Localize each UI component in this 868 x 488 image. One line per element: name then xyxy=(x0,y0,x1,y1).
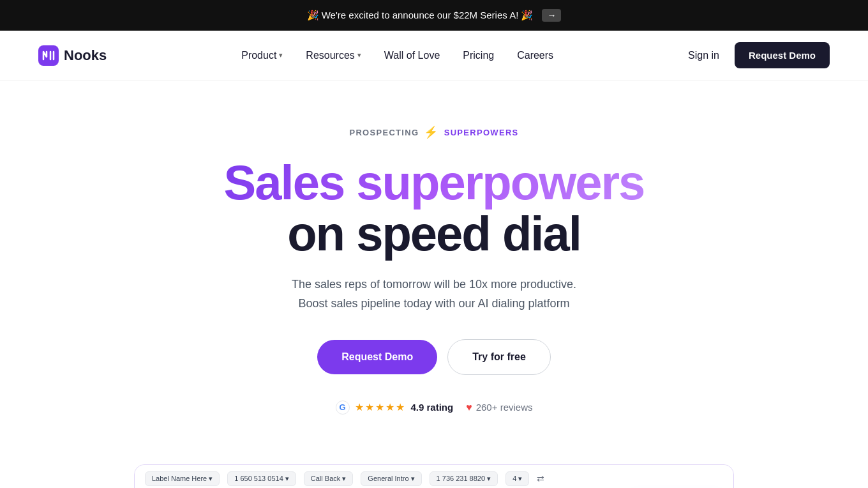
request-demo-hero-button[interactable]: Request Demo xyxy=(317,340,437,374)
request-demo-button[interactable]: Request Demo xyxy=(735,42,830,68)
logo-text: Nooks xyxy=(64,47,107,64)
logo-link[interactable]: Nooks xyxy=(38,45,107,66)
hero-subtitle: The sales reps of tomorrow will be 10x m… xyxy=(243,275,625,314)
announcement-bar[interactable]: 🎉 We're excited to announce our $22M Ser… xyxy=(0,0,868,31)
badge-superpowers: SUPERPOWERS xyxy=(444,128,519,137)
mock-pill-voicemail: Call Back ▾ xyxy=(304,471,354,486)
resources-chevron-icon: ▾ xyxy=(357,51,361,59)
hero-title-line2: on speed dial xyxy=(287,206,581,261)
hero-section: PROSPECTING ⚡ SUPERPOWERS Sales superpow… xyxy=(0,80,868,464)
product-screenshot: Label Name Here ▾ 1 650 513 0514 ▾ Call … xyxy=(134,464,734,488)
hero-subtitle-line1: The sales reps of tomorrow will be 10x m… xyxy=(292,278,576,291)
reviews-count: ♥ 260+ reviews xyxy=(466,402,532,413)
screenshot-container: Label Name Here ▾ 1 650 513 0514 ▾ Call … xyxy=(115,464,753,488)
settings-icon: ⇄ xyxy=(537,473,544,484)
badge-lightning-icon: ⚡ xyxy=(424,125,438,139)
hero-subtitle-line2: Boost sales pipeline today with our AI d… xyxy=(298,297,569,310)
nav-right: Sign in Request Demo xyxy=(688,42,830,68)
nav-resources[interactable]: Resources ▾ xyxy=(306,50,361,61)
sign-in-link[interactable]: Sign in xyxy=(688,50,719,61)
nav-pricing[interactable]: Pricing xyxy=(463,50,494,61)
mock-toolbar: Label Name Here ▾ 1 650 513 0514 ▾ Call … xyxy=(135,465,733,488)
superpowers-badge: PROSPECTING ⚡ SUPERPOWERS xyxy=(349,125,518,139)
announcement-text: 🎉 We're excited to announce our $22M Ser… xyxy=(307,10,534,21)
mock-pill-intro: General Intro ▾ xyxy=(361,471,421,486)
mock-pill-calls: 4 ▾ xyxy=(505,471,529,486)
logo-icon xyxy=(38,45,59,66)
nav-careers[interactable]: Careers xyxy=(517,50,553,61)
rating-left: G ★★★★★ 4.9 rating xyxy=(336,400,454,415)
product-chevron-icon: ▾ xyxy=(279,51,283,59)
svg-rect-0 xyxy=(38,45,59,66)
announcement-arrow: → xyxy=(542,9,561,22)
badge-prospecting: PROSPECTING xyxy=(349,128,419,137)
hero-buttons: Request Demo Try for free xyxy=(13,339,855,375)
nav-links: Product ▾ Resources ▾ Wall of Love Prici… xyxy=(241,50,553,61)
heart-icon: ♥ xyxy=(466,402,472,413)
mock-pill-callback: 1 736 231 8820 ▾ xyxy=(430,471,498,486)
try-for-free-button[interactable]: Try for free xyxy=(447,339,551,375)
navigation: Nooks Product ▾ Resources ▾ Wall of Love… xyxy=(0,31,868,80)
stars: ★★★★★ xyxy=(355,401,406,413)
mock-pill-label: Label Name Here ▾ xyxy=(145,471,220,486)
google-icon: G xyxy=(336,400,350,415)
nav-product[interactable]: Product ▾ xyxy=(241,50,283,61)
hero-title-line1: Sales superpowers xyxy=(224,155,645,210)
hero-title: Sales superpowers on speed dial xyxy=(13,157,855,259)
reviews-text: 260+ reviews xyxy=(476,402,533,413)
nav-wall-of-love[interactable]: Wall of Love xyxy=(384,50,440,61)
rating-row: G ★★★★★ 4.9 rating ♥ 260+ reviews xyxy=(13,400,855,415)
mock-pill-sequence: 1 650 513 0514 ▾ xyxy=(227,471,296,486)
rating-number: 4.9 rating xyxy=(411,402,454,413)
